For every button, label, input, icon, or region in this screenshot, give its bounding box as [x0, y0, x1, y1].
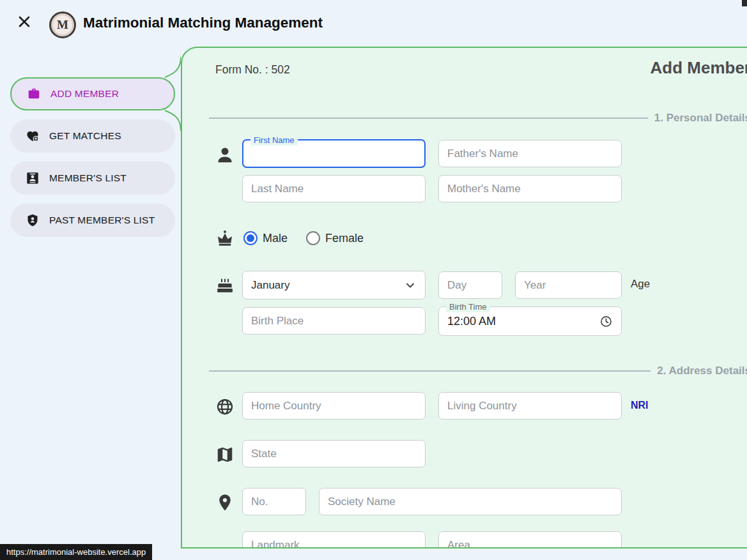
- crown-icon: [215, 229, 235, 248]
- sidebar-item-add-member[interactable]: ADD MEMBER: [10, 77, 175, 110]
- nri-label: NRI: [631, 400, 649, 411]
- sidebar-item-members-list[interactable]: MEMBER'S LIST: [10, 162, 175, 195]
- contact-card-icon: [26, 171, 40, 185]
- logo-letter: M: [57, 18, 68, 32]
- section-label-address: 2. Address Details: [657, 365, 747, 377]
- male-radio[interactable]: [243, 231, 258, 245]
- heart-plus-icon: [26, 129, 40, 143]
- app-title: Matrimonial Matching Management: [83, 15, 323, 31]
- app-logo: M: [49, 11, 76, 38]
- divider-line: [209, 117, 648, 119]
- female-radio-label: Female: [325, 232, 364, 245]
- sidebar-item-label: ADD MEMBER: [50, 88, 119, 100]
- location-pin-icon: [215, 493, 235, 512]
- landmark-input[interactable]: [242, 531, 426, 549]
- briefcase-icon: [27, 87, 41, 101]
- birth-day-input[interactable]: [438, 271, 502, 299]
- birth-time-value: 12:00 AM: [447, 315, 496, 328]
- sidebar-item-label: GET MATCHES: [49, 130, 121, 142]
- society-name-input[interactable]: [319, 488, 622, 515]
- birth-month-value: January: [251, 279, 289, 292]
- close-icon[interactable]: [17, 14, 32, 29]
- sidebar-item-label: PAST MEMBER'S LIST: [49, 215, 155, 226]
- page-title: Add Member: [209, 58, 747, 78]
- first-name-input[interactable]: [243, 140, 424, 167]
- sidebar-item-get-matches[interactable]: GET MATCHES: [10, 119, 175, 153]
- fathers-name-input[interactable]: [438, 140, 622, 167]
- birth-time-label: Birth Time: [446, 301, 490, 312]
- scrollbar-corner[interactable]: [742, 0, 747, 6]
- status-url: https://matrimonial-website.vercel.app: [0, 544, 152, 560]
- birth-year-input[interactable]: [515, 271, 622, 299]
- section-label-personal: 1. Personal Details: [654, 112, 747, 125]
- sidebar-item-past-members-list[interactable]: PAST MEMBER'S LIST: [10, 204, 175, 237]
- birth-time-field[interactable]: Birth Time 12:00 AM: [438, 306, 622, 336]
- sidebar-item-label: MEMBER'S LIST: [49, 172, 127, 184]
- shield-icon: [26, 213, 40, 227]
- section-divider-personal: 1. Personal Details: [209, 112, 747, 125]
- male-radio-label: Male: [263, 232, 288, 245]
- birth-month-select[interactable]: January: [242, 271, 426, 299]
- map-icon: [215, 445, 235, 464]
- divider-line: [209, 370, 651, 372]
- app-window: M Matrimonial Matching Management ADD ME…: [0, 0, 747, 560]
- clock-icon[interactable]: [599, 315, 613, 328]
- first-name-field[interactable]: First Name: [242, 139, 426, 168]
- birth-place-input[interactable]: [242, 307, 426, 335]
- globe-icon: [215, 397, 235, 416]
- home-country-input[interactable]: [242, 392, 426, 420]
- state-input[interactable]: [242, 440, 426, 467]
- add-member-panel: Form No. : 502 Add Member 1. Personal De…: [181, 47, 747, 549]
- female-radio[interactable]: [306, 231, 320, 245]
- person-icon: [215, 146, 235, 165]
- chevron-down-icon: [404, 279, 417, 292]
- living-country-input[interactable]: [438, 392, 622, 420]
- cake-icon: [215, 276, 235, 295]
- mothers-name-input[interactable]: [438, 175, 622, 202]
- age-label: Age: [631, 278, 650, 291]
- area-input[interactable]: [438, 531, 622, 549]
- house-no-input[interactable]: [242, 488, 306, 515]
- last-name-input[interactable]: [242, 175, 426, 202]
- section-divider-address: 2. Address Details: [209, 365, 747, 377]
